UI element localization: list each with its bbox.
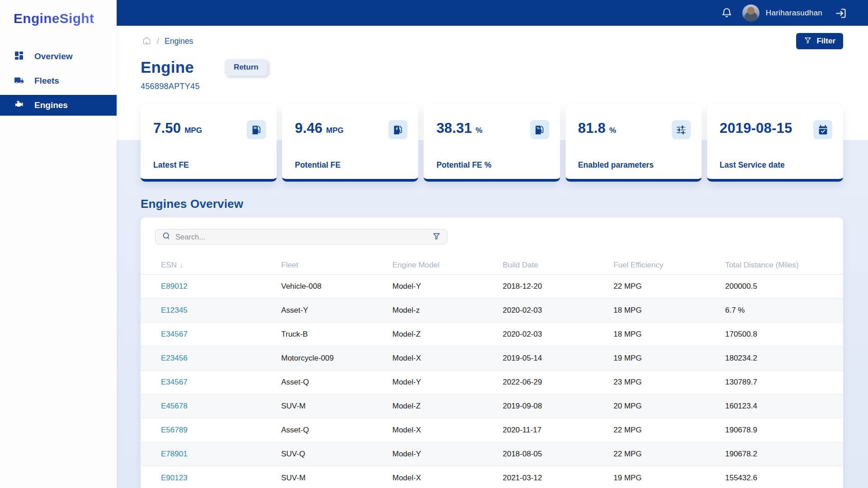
table-cell-fuel-efficiency: 19 MPG (613, 474, 725, 483)
table-cell-total-distance: 190678.9 (725, 426, 843, 435)
table-row: E34567Truck-BModel-Z2020-02-0318 MPG1705… (141, 322, 843, 346)
topbar: Hariharasudhan (117, 0, 868, 26)
sort-desc-icon: ↓ (179, 261, 183, 269)
esn-link[interactable]: E34567 (161, 378, 281, 387)
stat-value: 7.50 (153, 120, 181, 136)
sidebar-item-engines[interactable]: Engines (0, 95, 117, 116)
table-cell-fuel-efficiency: 22 MPG (613, 282, 725, 291)
column-header-fuel-efficiency[interactable]: Fuel Efficiency (613, 261, 725, 270)
table-cell-total-distance: 170500.8 (725, 330, 843, 339)
stat-label: Potential FE (295, 160, 340, 170)
sidebar-item-overview[interactable]: Overview (0, 46, 117, 67)
table-row: E34567Asset-QModel-Y2022-06-2923 MPG1307… (141, 370, 843, 394)
table-row: E90123SUV-MModel-X2021-03-1219 MPG155432… (141, 466, 843, 488)
table-header-row: ESN↓ Fleet Engine Model Build Date Fuel … (141, 256, 843, 274)
stat-card-last-service-date: 2019-08-15 Last Service date (707, 105, 843, 182)
table-row: E12345Asset-YModel-z2020-02-0318 MPG6.7 … (141, 298, 843, 322)
table-cell-fleet: Truck-B (281, 330, 392, 339)
table-cell-build-date: 2018-12-20 (503, 282, 613, 291)
calendar-check-icon (813, 120, 832, 139)
esn-link[interactable]: E78901 (161, 450, 281, 459)
table-cell-build-date: 2020-11-17 (503, 426, 613, 435)
search-input[interactable] (175, 233, 428, 241)
search-filter-funnel-icon[interactable] (432, 232, 441, 242)
column-header-esn[interactable]: ESN↓ (161, 261, 281, 270)
filter-button-label: Filter (816, 37, 835, 46)
stat-label: Enabled parameters (578, 160, 654, 170)
table-cell-fleet: SUV-M (281, 474, 392, 483)
stat-value: 81.8 (578, 120, 606, 136)
table-cell-fuel-efficiency: 22 MPG (613, 426, 725, 435)
sidebar-item-fleets[interactable]: Fleets (0, 70, 117, 91)
filter-button[interactable]: Filter (796, 33, 843, 49)
stat-value: 2019-08-15 (720, 120, 793, 136)
table-cell-total-distance: 130789.7 (725, 378, 843, 387)
table-row: E45678SUV-MModel-Z2019-09-0820 MPG160123… (141, 394, 843, 418)
fleet-truck-icon (14, 75, 24, 88)
stat-value: 9.46 (295, 120, 322, 136)
stat-card-enabled-parameters: 81.8 % Enabled parameters (566, 105, 702, 182)
esn-link[interactable]: E90123 (161, 474, 281, 483)
table-cell-build-date: 2022-06-29 (503, 378, 613, 387)
return-button[interactable]: Return (225, 59, 268, 76)
esn-link[interactable]: E56789 (161, 426, 281, 435)
table-cell-fleet: Motorcycle-009 (281, 354, 392, 363)
table-cell-engine-model: Model-Z (392, 402, 503, 411)
table-cell-fleet: Asset-Q (281, 378, 392, 387)
table-cell-build-date: 2020-02-03 (503, 330, 613, 339)
stat-value: 38.31 (436, 120, 472, 136)
table-row: E23456Motorcycle-009Model-X2019-05-1419 … (141, 346, 843, 370)
table-cell-total-distance: 190678.2 (725, 450, 843, 459)
table-row: E89012Vehicle-008Model-Y2018-12-2022 MPG… (141, 274, 843, 298)
table-cell-fuel-efficiency: 23 MPG (613, 378, 725, 387)
table-cell-fleet: Vehicle-008 (281, 282, 392, 291)
stat-label: Last Service date (720, 160, 785, 170)
sidebar-nav: Overview Fleets Engines (0, 46, 117, 116)
table-cell-build-date: 2020-02-03 (503, 306, 613, 315)
column-header-engine-model[interactable]: Engine Model (392, 261, 503, 270)
title-row: Engine Return (141, 58, 843, 76)
table-cell-total-distance: 160123.4 (725, 402, 843, 411)
column-header-fleet[interactable]: Fleet (281, 261, 392, 270)
engines-table-card: ESN↓ Fleet Engine Model Build Date Fuel … (141, 217, 843, 488)
stat-unit: % (609, 126, 616, 135)
esn-link[interactable]: E23456 (161, 354, 281, 363)
sidebar: EngineSight Overview Fleets Engines (0, 0, 117, 488)
table-cell-fleet: Asset-Q (281, 426, 392, 435)
breadcrumb-current[interactable]: Engines (165, 37, 193, 46)
esn-link[interactable]: E45678 (161, 402, 281, 411)
table-cell-engine-model: Model-Z (392, 330, 503, 339)
column-header-build-date[interactable]: Build Date (503, 261, 613, 270)
column-header-total-distance[interactable]: Total Distance (Miles) (725, 261, 843, 270)
fuel-pump-icon (247, 120, 266, 139)
sidebar-item-label: Fleets (34, 76, 59, 86)
table-cell-engine-model: Model-Y (392, 282, 503, 291)
logout-icon[interactable] (835, 7, 847, 19)
table-cell-build-date: 2019-05-14 (503, 354, 613, 363)
table-cell-fuel-efficiency: 19 MPG (613, 354, 725, 363)
table-cell-fuel-efficiency: 22 MPG (613, 450, 725, 459)
esn-link[interactable]: E12345 (161, 306, 281, 315)
breadcrumb: / Engines (141, 36, 193, 47)
table-row: E78901SUV-QModel-Y2018-08-0522 MPG190678… (141, 442, 843, 466)
table-cell-fuel-efficiency: 18 MPG (613, 306, 725, 315)
table-cell-fleet: Asset-Y (281, 306, 392, 315)
table-cell-engine-model: Model-X (392, 426, 503, 435)
stat-label: Latest FE (153, 160, 189, 170)
stat-card-potential-fe: 9.46 MPG Potential FE (282, 105, 418, 182)
notification-bell-icon[interactable] (721, 7, 732, 19)
table-cell-engine-model: Model-Y (392, 378, 503, 387)
table-cell-engine-model: Model-X (392, 354, 503, 363)
table-cell-fleet: SUV-M (281, 402, 392, 411)
esn-link[interactable]: E34567 (161, 330, 281, 339)
home-icon[interactable] (142, 36, 151, 47)
stat-unit: MPG (184, 126, 202, 135)
table-cell-engine-model: Model-Y (392, 450, 503, 459)
search-icon (162, 231, 171, 242)
breadcrumb-separator: / (157, 37, 159, 46)
user-avatar[interactable] (742, 5, 760, 22)
esn-link[interactable]: E89012 (161, 282, 281, 291)
engines-table-body: E89012Vehicle-008Model-Y2018-12-2022 MPG… (141, 274, 843, 488)
table-cell-total-distance: 200000.5 (725, 282, 843, 291)
sliders-icon (672, 120, 691, 139)
